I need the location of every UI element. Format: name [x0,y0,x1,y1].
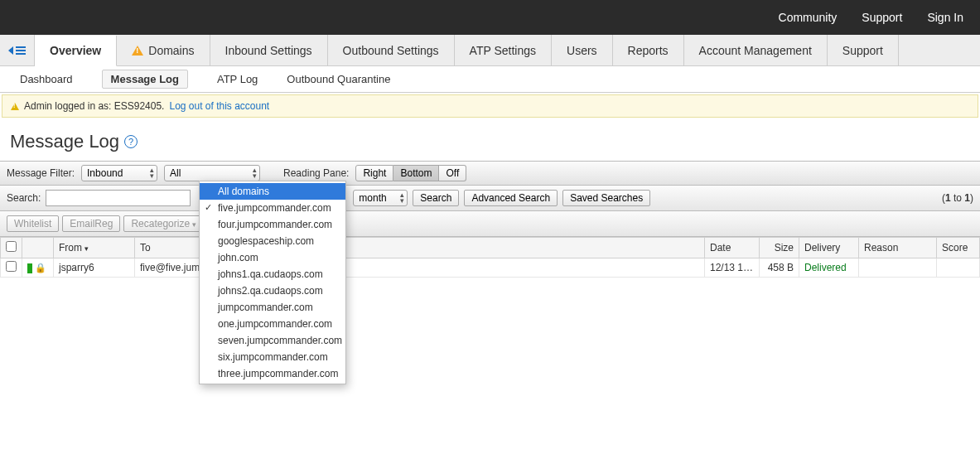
subtab-outbound-quarantine[interactable]: Outbound Quarantine [287,73,390,85]
cell-reason [859,258,937,278]
domain-option-label: johns1.qa.cudaops.com [218,268,323,280]
domain-option[interactable]: jumpcommander.com [200,299,345,316]
tab-inbound-settings[interactable]: Inbound Settings [210,35,328,65]
domain-option[interactable]: six.jumpcommander.com [200,349,345,365]
global-top-bar: Community Support Sign In [0,0,980,35]
subtab-dashboard[interactable]: Dashboard [20,73,73,85]
domain-option[interactable]: three.jumpcommander.com [200,365,345,382]
topbar-link-support[interactable]: Support [862,11,902,24]
select-all-checkbox[interactable] [6,241,17,252]
time-range-select[interactable]: month [353,190,408,206]
tab-label: Reports [628,44,669,57]
sidebar-toggle-button[interactable] [0,35,35,65]
reading-pane-label: Reading Pane: [283,167,349,179]
domain-option-label: one.jumpcommander.com [218,318,332,330]
direction-select[interactable]: Inbound [81,165,157,181]
domain-option[interactable]: four.jumpcommander.com [200,216,345,233]
score-header[interactable]: Score [937,238,980,258]
tab-outbound-settings[interactable]: Outbound Settings [328,35,455,65]
size-header[interactable]: Size [760,238,799,258]
domain-option-label: jumpcommander.com [218,302,313,313]
table-row[interactable]: 🔒 jsparry6 five@five.jumpc 12/13 1… 458 … [1,258,980,278]
menu-icon [16,46,26,55]
tab-reports[interactable]: Reports [613,35,684,65]
cell-date: 12/13 1… [705,258,760,278]
topbar-link-signin[interactable]: Sign In [927,11,963,24]
tab-label: ATP Settings [470,44,536,57]
reading-pane-group: Right Bottom Off [355,165,466,181]
search-label: Search: [7,192,41,204]
tab-label: Support [842,44,883,57]
row-checkbox[interactable] [6,261,17,272]
domain-option-label: seven.jumpcommander.com [218,335,342,346]
tab-label: Overview [50,44,101,57]
admin-banner: Admin logged in as: ESS92405. Log out of… [2,94,978,118]
message-filter-label: Message Filter: [7,167,75,179]
from-header[interactable]: From▾ [54,238,135,258]
delivery-header[interactable]: Delivery [799,238,859,258]
whitelist-button[interactable]: Whitelist [7,215,59,232]
help-icon[interactable]: ? [124,135,138,148]
domain-option[interactable]: ✓five.jumpcommander.com [200,200,345,216]
advanced-search-button[interactable]: Advanced Search [464,190,558,206]
tab-label: Account Management [699,44,812,57]
chevron-down-icon: ▾ [192,220,196,229]
tab-label: Domains [148,44,194,57]
subtab-atp-log[interactable]: ATP Log [217,73,258,85]
banner-text: Admin logged in as: ESS92405. [24,100,164,112]
action-bar: Whitelist EmailReg Recategorize ▾ [0,211,980,237]
cell-from: jsparry6 [54,258,135,278]
domain-option[interactable]: All domains [200,183,345,200]
emailreg-button[interactable]: EmailReg [62,215,120,232]
warning-icon [11,103,19,110]
pane-bottom-button[interactable]: Bottom [393,165,439,181]
date-header[interactable]: Date [705,238,760,258]
secondary-tabs: Dashboard Message Log ATP Log Outbound Q… [0,66,980,93]
domain-option-label: six.jumpcommander.com [218,351,328,363]
domain-option-label: three.jumpcommander.com [218,368,338,379]
cell-size: 458 B [760,258,799,278]
domain-option[interactable]: johns1.qa.cudaops.com [200,266,345,283]
domain-option-label: johns2.qa.cudaops.com [218,285,323,297]
cell-score [937,258,980,278]
status-indicator-icon [27,263,32,273]
tab-domains[interactable]: Domains [117,35,210,65]
subtab-message-log[interactable]: Message Log [102,70,188,89]
tab-overview[interactable]: Overview [35,36,117,66]
domain-option[interactable]: johns2.qa.cudaops.com [200,283,345,299]
domain-option-label: googlespaceship.com [218,235,314,247]
sort-desc-icon: ▾ [84,244,89,253]
domain-option[interactable]: john.com [200,249,345,266]
domain-dropdown-menu: All domains✓five.jumpcommander.comfour.j… [199,181,346,384]
recategorize-button[interactable]: Recategorize ▾ [123,215,204,232]
message-table: From▾ To Date Size Delivery Reason Score… [0,237,980,278]
result-count: (1 to 1) [942,192,973,204]
domain-option-label: john.com [218,252,258,263]
domain-option[interactable]: seven.jumpcommander.com [200,332,345,349]
tab-label: Users [567,44,597,57]
tab-support[interactable]: Support [828,35,899,65]
tab-label: Inbound Settings [225,44,312,57]
topbar-link-community[interactable]: Community [779,11,838,24]
domain-option-label: All domains [218,186,269,197]
domain-option[interactable]: one.jumpcommander.com [200,316,345,332]
domain-option-label: five.jumpcommander.com [218,202,331,214]
pane-off-button[interactable]: Off [439,165,466,181]
status-header[interactable] [22,238,54,258]
filter-bar: Message Filter: Inbound ▴▾ All ▴▾ Readin… [0,161,980,186]
search-input[interactable] [46,190,191,206]
saved-searches-button[interactable]: Saved Searches [562,190,650,206]
domain-option[interactable]: googlespaceship.com [200,233,345,249]
reason-header[interactable]: Reason [859,238,937,258]
cell-delivery: Delivered [799,258,859,278]
page-title: Message Log [10,131,119,152]
tab-atp-settings[interactable]: ATP Settings [455,35,552,65]
tab-users[interactable]: Users [552,35,613,65]
search-button[interactable]: Search [413,190,459,206]
tab-account-management[interactable]: Account Management [684,35,828,65]
search-bar: Search: month ▴▾ Search Advanced Search … [0,186,980,211]
page-title-row: Message Log ? [0,119,980,161]
domain-scope-select[interactable]: All [164,165,260,181]
logout-link[interactable]: Log out of this account [169,100,269,112]
pane-right-button[interactable]: Right [355,165,393,181]
